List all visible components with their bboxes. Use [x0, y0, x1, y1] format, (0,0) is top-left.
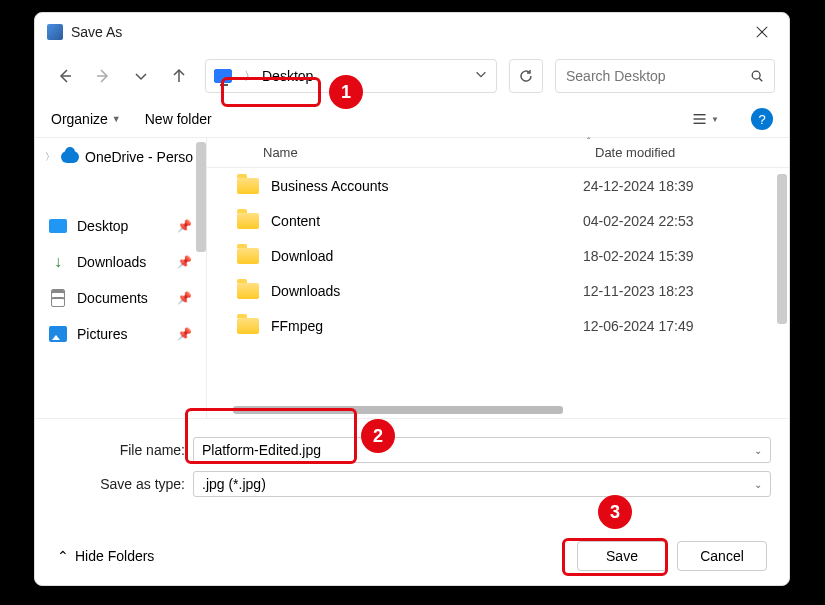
- folder-icon: [237, 178, 259, 194]
- organize-menu[interactable]: Organize ▼: [51, 111, 121, 127]
- sidebar-item-label: Pictures: [77, 326, 128, 342]
- column-headers: ˆ Name Date modified: [207, 138, 789, 168]
- chevron-right-icon[interactable]: 〉: [45, 150, 55, 164]
- sort-indicator-icon: ˆ: [587, 137, 590, 148]
- downloads-icon: ↓: [49, 253, 67, 271]
- sidebar-item-downloads[interactable]: ↓ Downloads 📌: [35, 244, 206, 280]
- file-date: 18-02-2024 15:39: [583, 248, 694, 264]
- svg-point-5: [752, 71, 760, 79]
- column-header-name[interactable]: Name: [263, 145, 595, 160]
- column-header-modified[interactable]: Date modified: [595, 145, 789, 160]
- file-row[interactable]: Content 04-02-2024 22:53: [207, 203, 789, 238]
- new-folder-button[interactable]: New folder: [145, 111, 212, 127]
- folder-icon: [237, 248, 259, 264]
- folder-icon: [237, 283, 259, 299]
- file-name: Business Accounts: [271, 178, 583, 194]
- file-row[interactable]: Download 18-02-2024 15:39: [207, 238, 789, 273]
- filename-value: Platform-Edited.jpg: [202, 442, 321, 458]
- pin-icon: 📌: [177, 291, 192, 305]
- sidebar-item-documents[interactable]: Documents 📌: [35, 280, 206, 316]
- breadcrumb-current[interactable]: Desktop: [262, 68, 313, 84]
- address-dropdown-icon[interactable]: [474, 67, 488, 85]
- chevron-down-icon: ▼: [112, 114, 121, 124]
- save-button[interactable]: Save: [577, 541, 667, 571]
- titlebar: Save As: [35, 13, 789, 51]
- chevron-down-icon[interactable]: ⌄: [754, 445, 762, 456]
- help-button[interactable]: ?: [751, 108, 773, 130]
- pin-icon: 📌: [177, 219, 192, 233]
- refresh-button[interactable]: [509, 59, 543, 93]
- sidebar-item-label: Desktop: [77, 218, 128, 234]
- chevron-down-icon: ▼: [711, 115, 719, 124]
- chevron-down-icon[interactable]: ⌄: [754, 479, 762, 490]
- desktop-icon: [49, 219, 67, 233]
- pictures-icon: [49, 326, 67, 342]
- nav-row: 〉 Desktop: [35, 51, 789, 101]
- search-icon: [750, 69, 764, 83]
- file-date: 12-06-2024 17:49: [583, 318, 694, 334]
- forward-button[interactable]: [87, 60, 119, 92]
- back-button[interactable]: [49, 60, 81, 92]
- sidebar: 〉 OneDrive - Perso Desktop 📌 ↓ Downloads…: [35, 138, 207, 418]
- form-area: File name: Platform-Edited.jpg ⌄ Save as…: [35, 418, 789, 511]
- recent-dropdown[interactable]: [125, 60, 157, 92]
- toolbar: Organize ▼ New folder ▼ ?: [35, 101, 789, 137]
- filename-input[interactable]: Platform-Edited.jpg ⌄: [193, 437, 771, 463]
- sidebar-scrollbar[interactable]: [196, 142, 206, 252]
- file-list: Business Accounts 24-12-2024 18:39 Conte…: [207, 168, 789, 418]
- file-row[interactable]: Downloads 12-11-2023 18:23: [207, 273, 789, 308]
- app-icon: [47, 24, 63, 40]
- file-date: 04-02-2024 22:53: [583, 213, 694, 229]
- file-date: 12-11-2023 18:23: [583, 283, 694, 299]
- file-date: 24-12-2024 18:39: [583, 178, 694, 194]
- filetype-label: Save as type:: [53, 476, 193, 492]
- file-row[interactable]: Business Accounts 24-12-2024 18:39: [207, 168, 789, 203]
- dialog-title: Save As: [71, 24, 739, 40]
- view-options-button[interactable]: ▼: [691, 105, 719, 133]
- folder-icon: [237, 213, 259, 229]
- sidebar-item-label: OneDrive - Perso: [85, 149, 193, 165]
- file-name: Download: [271, 248, 583, 264]
- file-name: Content: [271, 213, 583, 229]
- quick-access-list: Desktop 📌 ↓ Downloads 📌 Documents 📌 Pict…: [35, 208, 206, 352]
- chevron-up-icon: ⌃: [57, 548, 69, 564]
- sidebar-item-label: Documents: [77, 290, 148, 306]
- pin-icon: 📌: [177, 255, 192, 269]
- up-button[interactable]: [163, 60, 195, 92]
- breadcrumb-separator-icon: 〉: [244, 68, 256, 85]
- footer: ⌃ Hide Folders Save Cancel: [35, 511, 789, 585]
- filename-label: File name:: [53, 442, 193, 458]
- vertical-scrollbar[interactable]: [777, 174, 787, 324]
- main-area: 〉 OneDrive - Perso Desktop 📌 ↓ Downloads…: [35, 137, 789, 418]
- sidebar-item-onedrive[interactable]: 〉 OneDrive - Perso: [35, 142, 206, 172]
- document-icon: [51, 289, 65, 307]
- file-name: Downloads: [271, 283, 583, 299]
- sidebar-item-pictures[interactable]: Pictures 📌: [35, 316, 206, 352]
- sidebar-item-desktop[interactable]: Desktop 📌: [35, 208, 206, 244]
- pin-icon: 📌: [177, 327, 192, 341]
- filetype-value: .jpg (*.jpg): [202, 476, 266, 492]
- file-name: FFmpeg: [271, 318, 583, 334]
- pc-icon: [214, 69, 232, 83]
- folder-icon: [237, 318, 259, 334]
- sidebar-item-label: Downloads: [77, 254, 146, 270]
- hide-folders-toggle[interactable]: ⌃ Hide Folders: [57, 548, 154, 564]
- address-bar[interactable]: 〉 Desktop: [205, 59, 497, 93]
- search-box[interactable]: [555, 59, 775, 93]
- horizontal-scrollbar[interactable]: [233, 406, 563, 414]
- svg-line-6: [759, 78, 762, 81]
- save-as-dialog: Save As 〉 Desktop: [34, 12, 790, 586]
- file-row[interactable]: FFmpeg 12-06-2024 17:49: [207, 308, 789, 343]
- close-button[interactable]: [739, 16, 785, 48]
- file-pane: ˆ Name Date modified Business Accounts 2…: [207, 138, 789, 418]
- search-input[interactable]: [566, 68, 750, 84]
- filetype-select[interactable]: .jpg (*.jpg) ⌄: [193, 471, 771, 497]
- onedrive-icon: [61, 151, 79, 163]
- cancel-button[interactable]: Cancel: [677, 541, 767, 571]
